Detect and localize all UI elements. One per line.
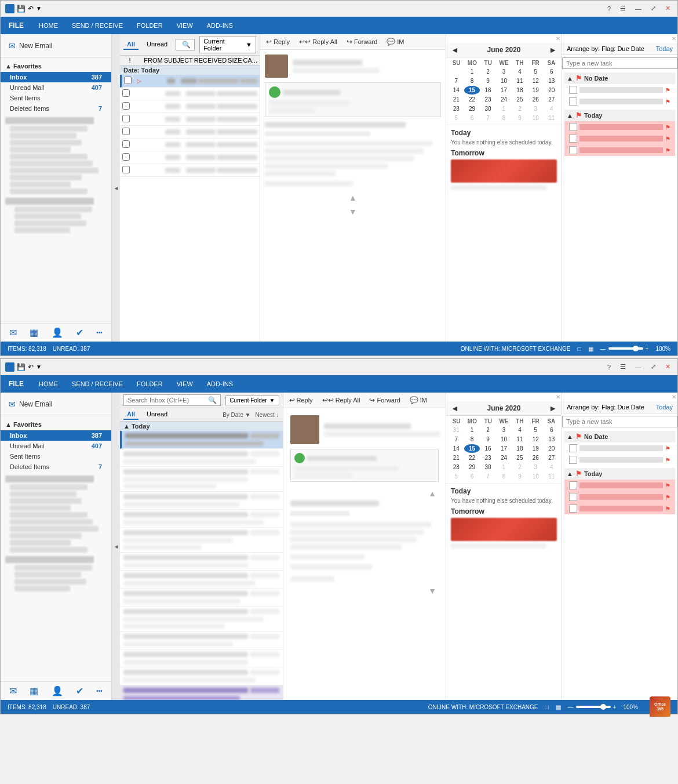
col-size-header[interactable]: SIZE [228,57,242,64]
home-tab-2[interactable]: HOME [32,375,65,393]
sidebar-folder2-5[interactable] [10,512,88,518]
email-row2-10[interactable] [120,607,283,631]
email-row-2[interactable] [120,88,260,100]
col-subject-header[interactable]: SUBJECT [164,57,193,64]
quick-access-more[interactable]: ▼ [36,5,42,12]
task-redflag-nd2-1[interactable]: ⚑ [665,445,670,452]
cal2-day-26[interactable]: 26 [528,453,543,462]
sidebar-item-deleted-2[interactable]: Deleted Items 7 [1,462,111,472]
cal-prev-btn-2[interactable]: ◄ [451,404,459,413]
restore-btn-2[interactable]: ⤢ [648,362,658,372]
unread-tab[interactable]: Unread [143,39,171,50]
email-check-1[interactable] [124,77,132,84]
cal-day-22[interactable]: 22 [464,95,479,104]
cal-day-25[interactable]: 25 [512,95,527,104]
ribbon-toggle-btn-2[interactable]: ☰ [618,362,628,372]
sidebar-folder2-2[interactable] [10,491,76,497]
email-row2-4[interactable] [120,492,283,510]
quick-access-save-2[interactable]: 💾 [17,363,25,371]
reply-all-button-2[interactable]: ↩↩ Reply All [320,395,363,405]
cal2-day-4[interactable]: 4 [512,426,527,434]
cal-day-24[interactable]: 24 [496,95,511,104]
sidebar-folder2-3[interactable] [10,498,82,504]
cal-day-29[interactable]: 29 [464,104,479,113]
cal-day-17[interactable]: 17 [496,86,511,95]
cal2-day-12[interactable]: 12 [528,435,543,444]
email-check-5[interactable] [122,128,130,135]
im-button-2[interactable]: 💬 IM [407,395,429,405]
favorites-section-2[interactable]: ▲ Favorites [1,419,111,430]
sidebar-folder-9[interactable] [10,182,71,187]
sidebar-item-sent[interactable]: Sent Items [1,93,111,103]
task-redflag-t-1[interactable]: ⚑ [665,124,670,130]
cal2-day-j1[interactable]: 1 [496,463,511,471]
mail-nav-icon-2[interactable]: ✉ [9,685,17,696]
task-check-t2-2[interactable] [569,493,577,501]
quick-access-undo[interactable]: ↶ [28,5,34,13]
addins-tab-2[interactable]: ADD-INS [200,375,240,393]
task-redflag-nd-1[interactable]: ⚑ [665,87,670,93]
scroll-down-btn-1[interactable]: ▼ [349,207,357,216]
cal-day-13[interactable]: 13 [544,77,559,85]
email-row2-2[interactable] [120,449,283,467]
cal-day-7[interactable]: 7 [449,77,464,85]
cal2-day-21[interactable]: 21 [449,453,464,462]
view-tab[interactable]: VIEW [170,17,200,34]
email-check-6[interactable] [122,140,130,148]
cal-day-j4[interactable]: 4 [544,104,559,113]
reply-button-2[interactable]: ↩ Reply [287,395,315,405]
group-section-2[interactable] [5,556,94,563]
cal2-day-j2[interactable]: 2 [512,463,527,471]
email-link-1[interactable] [265,131,370,136]
reply-button-1[interactable]: ↩ Reply [264,37,292,47]
cal2-day-j9[interactable]: 9 [512,472,527,481]
email-row-7[interactable] [120,151,260,164]
cal2-day-25[interactable]: 25 [512,453,527,462]
cal-prev-btn-1[interactable]: ◄ [451,45,459,55]
calendar-nav-icon[interactable]: ▦ [30,327,38,338]
cal2-day-6[interactable]: 6 [544,426,559,434]
sidebar-folder-5[interactable] [10,154,88,159]
task-check-nd-1[interactable] [569,86,577,94]
sidebar-folder-1[interactable] [10,126,88,132]
cal-day-20[interactable]: 20 [544,86,559,95]
file-tab[interactable]: FILE [1,17,32,34]
cal-day-21[interactable]: 21 [449,95,464,104]
more-nav-icon[interactable]: ••• [96,329,103,336]
group-section[interactable] [5,198,94,205]
cal-day-3[interactable]: 3 [496,67,511,76]
sidebar-item-deleted[interactable]: Deleted Items 7 [1,103,111,114]
sidebar-folder2-6[interactable] [10,519,93,525]
task-close-btn-2[interactable]: ✕ [672,394,676,400]
cal-day-15[interactable]: 15 [464,86,479,95]
cal2-day-j3[interactable]: 3 [528,463,543,471]
sidebar-folder2-8[interactable] [10,533,82,539]
cal-day-j10[interactable]: 10 [528,114,543,122]
cal-day-18[interactable]: 18 [512,86,527,95]
cal2-day-7[interactable]: 7 [449,435,464,444]
email-check-8[interactable] [122,166,130,173]
zoom-in-icon[interactable]: + [646,346,649,352]
email-row2-5[interactable] [120,510,283,528]
sidebar-subfolder2-4[interactable] [14,586,70,591]
cal-day-9[interactable]: 9 [480,77,495,85]
mail-nav-icon[interactable]: ✉ [9,327,17,338]
sidebar-folder-8[interactable] [10,175,82,180]
sidebar-folder-2[interactable] [10,133,76,139]
all-tab-2[interactable]: All [123,409,138,420]
minimize-btn[interactable]: — [633,4,644,13]
sidebar-item-unread-2[interactable]: Unread Mail 407 [1,441,111,451]
cal2-day-j10[interactable]: 10 [528,472,543,481]
close-btn[interactable]: ✕ [663,3,673,13]
cal2-day-18[interactable]: 18 [512,444,527,453]
view-normal-icon-2[interactable]: □ [545,704,549,710]
cal2-day-9[interactable]: 9 [480,435,495,444]
cal2-day-14[interactable]: 14 [449,444,464,453]
cal2-day-23[interactable]: 23 [480,453,495,462]
email-row2-9[interactable] [120,589,283,607]
email-row2-14[interactable] [120,685,283,700]
sidebar-item-inbox[interactable]: Inbox 387 [1,72,111,82]
col-received-header[interactable]: RECEIVED [194,57,227,64]
quick-access-undo-2[interactable]: ↶ [28,363,34,371]
col-from-header[interactable]: FROM [144,57,162,64]
